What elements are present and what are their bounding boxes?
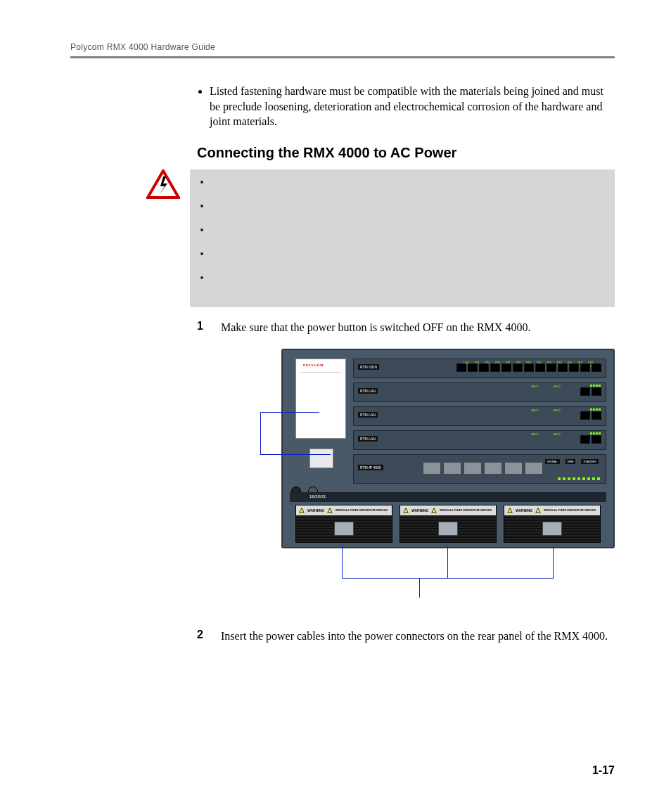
card-label: RTM LAN (358, 412, 378, 418)
step-list-continued: 2 Insert the power cables into the power… (197, 629, 615, 644)
chip-label: SIGNAL (545, 459, 560, 464)
section-heading: Connecting the RMX 4000 to AC Power (197, 145, 615, 161)
port-label: LAN 2 (553, 432, 561, 436)
small-module (309, 449, 333, 468)
callout-line (342, 546, 343, 578)
power-connector-icon (542, 522, 562, 536)
warning-triangle-icon (403, 508, 409, 513)
psu-row: WARNING REMOVE ALL POWER CORDS BEFORE SE… (295, 505, 601, 543)
callout-line (553, 546, 554, 578)
ip-led-row (558, 477, 600, 480)
callout-line (260, 412, 319, 413)
step-text: Insert the power cables into the power c… (221, 629, 608, 644)
intro-bullet: Listed fastening hardware must be compat… (210, 84, 615, 129)
slot-strip: 19/20/21 (290, 492, 606, 502)
psu-warning-sub: REMOVE ALL POWER CORDS BEFORE SERVICING (336, 509, 388, 512)
warning-bullet (211, 272, 605, 283)
warning-triangle-icon (507, 508, 513, 513)
chassis-body: POLYCOM RTM ISDN LAN 1 PRI 1 PRI 2 PRI 3… (281, 349, 615, 548)
psu-warning-label: WARNING (307, 508, 324, 513)
port-label: LAN 2 (553, 408, 561, 412)
svg-marker-3 (328, 508, 332, 513)
psu-warning-sub: REMOVE ALL POWER CORDS BEFORE SERVICING (440, 509, 492, 512)
port-label: LAN 1 (531, 432, 539, 436)
svg-marker-2 (300, 508, 304, 513)
chip-label: SHM (565, 459, 576, 464)
callout-line (260, 412, 261, 454)
psu-warning-label: WARNING (516, 508, 532, 513)
header-rule (70, 56, 615, 58)
rtm-lan-card: RTM LAN LAN 1LAN 2 (353, 430, 606, 450)
intro-bullet-list: Listed fastening hardware must be compat… (197, 84, 615, 129)
svg-marker-7 (536, 508, 540, 513)
power-connector-icon (334, 522, 354, 536)
callout-line (342, 578, 554, 579)
svg-marker-4 (404, 508, 408, 513)
main-column: Listed fastening hardware must be compat… (197, 84, 615, 644)
card-label: RTM-IP 4000 (358, 465, 383, 470)
psu-warning-strip: WARNING REMOVE ALL POWER CORDS BEFORE SE… (400, 505, 496, 515)
rear-panel-figure: POLYCOM RTM ISDN LAN 1 PRI 1 PRI 2 PRI 3… (281, 349, 619, 609)
rtm-lan-card: RTM LAN LAN 1LAN 2 (353, 382, 606, 402)
warning-bullet (211, 248, 605, 259)
isdn-ports (456, 363, 601, 372)
electrical-warning-icon (146, 169, 180, 199)
product-label-panel: POLYCOM (295, 359, 346, 439)
psu-warning-sub: REMOVE ALL POWER CORDS BEFORE SERVICING (544, 509, 596, 512)
warning-bullet (211, 176, 605, 188)
warning-triangle-icon (327, 508, 333, 513)
warning-triangle-icon (535, 508, 541, 513)
step-2: 2 Insert the power cables into the power… (197, 629, 615, 644)
power-connector-icon (438, 522, 458, 536)
step-number: 1 (197, 320, 208, 335)
port-label: LAN 2 (553, 385, 561, 388)
card-label: RTM LAN (358, 388, 378, 394)
slot-label: 19/20/21 (309, 494, 326, 498)
ip-ports (423, 462, 543, 475)
brand-text: POLYCOM (303, 363, 324, 367)
rtm-isdn-card: RTM ISDN LAN 1 PRI 1 PRI 2 PRI 3 PRI 4 P… (353, 359, 606, 378)
psu: WARNING REMOVE ALL POWER CORDS BEFORE SE… (400, 505, 497, 543)
warning-box (190, 169, 615, 307)
svg-marker-5 (432, 508, 436, 513)
warning-bullet (211, 200, 605, 212)
port-label: LAN 1 (531, 385, 539, 388)
callout-line (260, 454, 331, 455)
psu: WARNING REMOVE ALL POWER CORDS BEFORE SE… (504, 505, 601, 543)
port-label: LAN 1 (531, 408, 539, 412)
page-number: 1-17 (592, 764, 615, 777)
step-list: 1 Make sure that the power button is swi… (197, 320, 615, 335)
step-number: 2 (197, 629, 208, 644)
chip-label: STANDBY (581, 459, 599, 464)
callout-line (419, 578, 420, 598)
psu: WARNING REMOVE ALL POWER CORDS BEFORE SE… (295, 505, 392, 543)
step-text: Make sure that the power button is switc… (221, 320, 530, 335)
warning-triangle-icon (431, 508, 437, 513)
psu-warning-label: WARNING (411, 508, 428, 513)
warning-bullet (211, 224, 605, 236)
rtm-lan-card: RTM LAN LAN 1LAN 2 (353, 406, 606, 426)
psu-warning-strip: WARNING REMOVE ALL POWER CORDS BEFORE SE… (296, 505, 392, 515)
warning-triangle-icon (299, 508, 305, 513)
warning-block (146, 169, 615, 307)
ip-chip-labels: SIGNAL SHM STANDBY (545, 459, 599, 464)
running-header: Polycom RMX 4000 Hardware Guide (70, 42, 615, 52)
svg-marker-6 (508, 508, 512, 513)
page: Polycom RMX 4000 Hardware Guide Listed f… (0, 0, 671, 812)
card-label: RTM ISDN (358, 364, 379, 370)
psu-warning-strip: WARNING REMOVE ALL POWER CORDS BEFORE SE… (504, 505, 600, 515)
callout-line (447, 546, 448, 578)
rtm-ip-card: RTM-IP 4000 SIGNAL SHM STANDBY (353, 454, 606, 484)
step-1: 1 Make sure that the power button is swi… (197, 320, 615, 335)
card-label: RTM LAN (358, 436, 378, 442)
